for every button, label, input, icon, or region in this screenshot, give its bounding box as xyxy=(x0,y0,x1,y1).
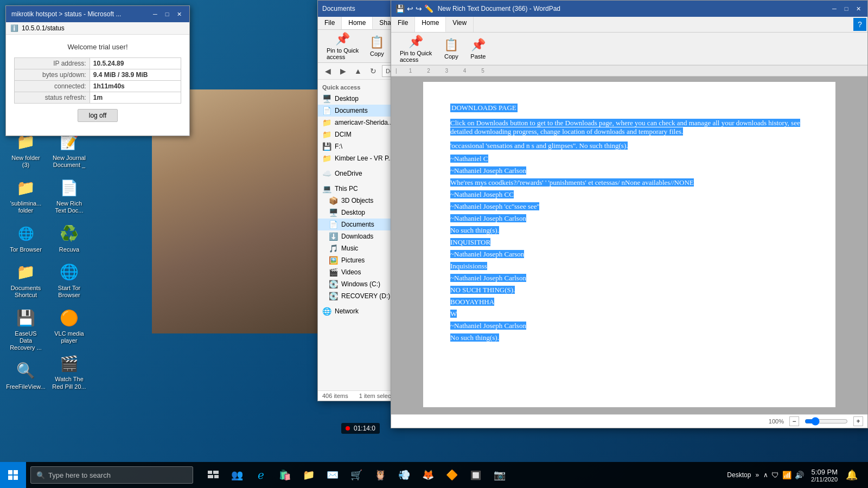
pin-icon: 📌 xyxy=(335,32,350,46)
security-taskbar-btn[interactable]: 🔲 xyxy=(464,464,487,486)
wordpad-line-booyayhha: BOOYAYHHA xyxy=(450,298,494,306)
wordpad-line-no-such-2: No such thing(s). xyxy=(450,333,499,342)
desktop-icon-easeus[interactable]: 💾 EaseUS Data Recovery ... xyxy=(5,304,46,355)
wordpad-line-nathaniel-cc: ~Nathaniel Joseph CC xyxy=(450,190,514,198)
vlc-label: VLC media player xyxy=(52,330,87,344)
wordpad-line-w: W xyxy=(450,310,457,318)
wp-copy-icon: 📋 xyxy=(444,38,458,52)
people-btn[interactable]: 👥 xyxy=(226,464,248,486)
folder-btn[interactable]: 📁 xyxy=(297,464,320,486)
ip-label: IP address: xyxy=(15,58,90,69)
wp-paste-label: Paste xyxy=(470,53,486,60)
notifications-btn[interactable]: 🔔 xyxy=(842,464,861,486)
back-btn[interactable]: ◀ xyxy=(321,65,334,78)
table-row: status refresh: 1m xyxy=(15,92,181,104)
svg-rect-5 xyxy=(14,470,18,474)
start-button[interactable] xyxy=(0,462,26,488)
onedrive-icon: ☁️ xyxy=(322,169,331,178)
wordpad-tab-file[interactable]: File xyxy=(391,17,415,32)
up-btn[interactable]: ▲ xyxy=(352,65,365,78)
wordpad-content-area[interactable]: DOWNLOADS PAGE Click on Downloads button… xyxy=(391,76,867,414)
vlc-taskbar-btn[interactable]: 🔶 xyxy=(441,464,463,486)
systray: ∧ 🛡 📶 🔊 xyxy=(763,471,807,479)
tor-browser-icon: 🌐 xyxy=(15,223,37,245)
hotspot-maximize-btn[interactable]: □ xyxy=(162,9,172,19)
bytes-label: bytes up/down: xyxy=(15,69,90,81)
systray-expand-btn[interactable]: ∧ xyxy=(763,471,768,479)
wordpad-tab-view[interactable]: View xyxy=(446,17,474,32)
wordpad-line-inquisisionss: Inquisisionss xyxy=(450,262,487,270)
desktop-icon-new-rich-text[interactable]: 📄 New Rich Text Doc... xyxy=(49,174,90,217)
store-btn[interactable]: 🛍️ xyxy=(273,464,296,486)
desktop-icon-freefileview[interactable]: 🔍 FreeFileView... xyxy=(5,357,46,393)
connected-label: connected: xyxy=(15,81,90,92)
edge-btn[interactable]: ℯ xyxy=(250,464,272,486)
tab-file[interactable]: File xyxy=(318,17,342,29)
wordpad-line-no-such-1: No such thing(s). xyxy=(450,226,499,234)
wordpad-line-inquisitor: INQUISITOR xyxy=(450,238,490,246)
taskbar-clock[interactable]: 5:09 PM 2/11/2020 xyxy=(811,468,838,483)
desktop-icon-recuva[interactable]: ♻️ Recuva xyxy=(49,220,90,256)
svg-rect-4 xyxy=(8,470,12,474)
zoom-slider[interactable] xyxy=(805,417,848,426)
wordpad-minimize-btn[interactable]: ─ xyxy=(829,4,839,14)
wordpad-statusbar: 100% − + xyxy=(391,414,867,428)
task-view-btn[interactable] xyxy=(202,464,225,486)
watch-red-pill-label: Watch The Red Pill 20... xyxy=(52,376,87,390)
wordpad-line-nathaniel-carlson-4: ~Nathaniel Joseph Carlson xyxy=(450,322,526,330)
wp-pin-icon: 📌 xyxy=(409,35,423,49)
zoom-in-btn[interactable]: + xyxy=(853,416,863,426)
videos-label: Videos xyxy=(341,268,361,276)
wp-pin-btn[interactable]: 📌 Pin to Quickaccess xyxy=(395,33,436,65)
svg-rect-9 xyxy=(213,471,219,474)
mail-btn[interactable]: ✉️ xyxy=(321,464,344,486)
wordpad-window: 💾 ↩ ↪ ✏️ New Rich Text Document (366) - … xyxy=(391,0,868,428)
wordpad-help-btn[interactable]: ? xyxy=(853,18,866,31)
tripadvisor-btn[interactable]: 🦉 xyxy=(369,464,392,486)
logoff-button[interactable]: log off xyxy=(78,109,118,122)
wordpad-close-btn[interactable]: ✕ xyxy=(853,4,863,14)
video-time: 01:14:0 xyxy=(354,425,375,432)
task-view-icon xyxy=(208,471,219,479)
wp-copy-btn[interactable]: 📋 Copy xyxy=(439,36,463,62)
copy-btn[interactable]: 📋 Copy xyxy=(365,33,388,59)
chevron-right-icon: » xyxy=(755,471,759,479)
wordpad-line-nathaniel-carson: ~Nathaniel Joseph Carson xyxy=(450,250,524,258)
windows-c-icon: 💽 xyxy=(329,280,338,288)
refresh-btn[interactable]: ↻ xyxy=(367,65,380,78)
items-count: 406 items xyxy=(322,393,348,399)
wordpad-page: DOWNLOADS PAGE Click on Downloads button… xyxy=(423,82,835,407)
desktop-icon-tor-browser[interactable]: 🌐 Tor Browser xyxy=(5,220,46,256)
wp-pin-label: Pin to Quickaccess xyxy=(400,50,432,63)
wordpad-maximize-btn[interactable]: □ xyxy=(841,4,851,14)
amazon-btn[interactable]: 🛒 xyxy=(345,464,368,486)
svg-rect-10 xyxy=(208,475,213,478)
recovery-d-label: RECOVERY (D:) xyxy=(341,292,390,300)
desktop-icon-subliminal[interactable]: 📁 'sublimina... folder xyxy=(5,174,46,217)
americavr-label: americavr-Sherida... xyxy=(335,119,393,126)
freefileview-label: FreeFileView... xyxy=(6,383,46,390)
this-pc-icon: 💻 xyxy=(322,184,331,193)
steam-btn[interactable]: 💨 xyxy=(393,464,416,486)
wordpad-line-no-such-caps: NO SUCH THING(S). xyxy=(450,286,515,294)
hotspot-close-btn[interactable]: ✕ xyxy=(174,9,184,19)
tab-home[interactable]: Home xyxy=(342,17,373,29)
desktop-icon-documents-shortcut[interactable]: 📁 Documents Shortcut xyxy=(5,259,46,301)
forward-btn[interactable]: ▶ xyxy=(336,65,349,78)
camera-taskbar-btn[interactable]: 📷 xyxy=(488,464,511,486)
windows-logo-icon xyxy=(8,470,18,480)
desktop-icon-vlc[interactable]: 🟠 VLC media player xyxy=(49,304,90,347)
wordpad-line-nathaniel-carlson-1: ~Nathaniel Joseph Carlson xyxy=(450,166,526,175)
hotspot-minimize-btn[interactable]: ─ xyxy=(150,9,160,19)
wordpad-ribbon: File Home View ? 📌 Pin to Quickaccess 📋 … xyxy=(391,17,867,66)
firefox-taskbar-btn[interactable]: 🦊 xyxy=(417,464,439,486)
desktop-icon-watch-red-pill[interactable]: 🎬 Watch The Red Pill 20... xyxy=(49,350,90,393)
wp-paste-btn[interactable]: 📌 Paste xyxy=(466,36,490,62)
wordpad-tab-home[interactable]: Home xyxy=(415,17,446,32)
taskbar-search-box[interactable]: 🔍 Type here to search xyxy=(30,466,193,484)
zoom-out-btn[interactable]: − xyxy=(789,416,799,426)
hotspot-addressbar: ℹ️ 10.5.0.1/status xyxy=(6,22,189,35)
desktop-icon-start-tor[interactable]: 🌐 Start Tor Browser xyxy=(49,259,90,301)
pin-quick-access-btn[interactable]: 📌 Pin to Quickaccess xyxy=(322,30,363,62)
ip-value: 10.5.24.89 xyxy=(90,58,181,69)
